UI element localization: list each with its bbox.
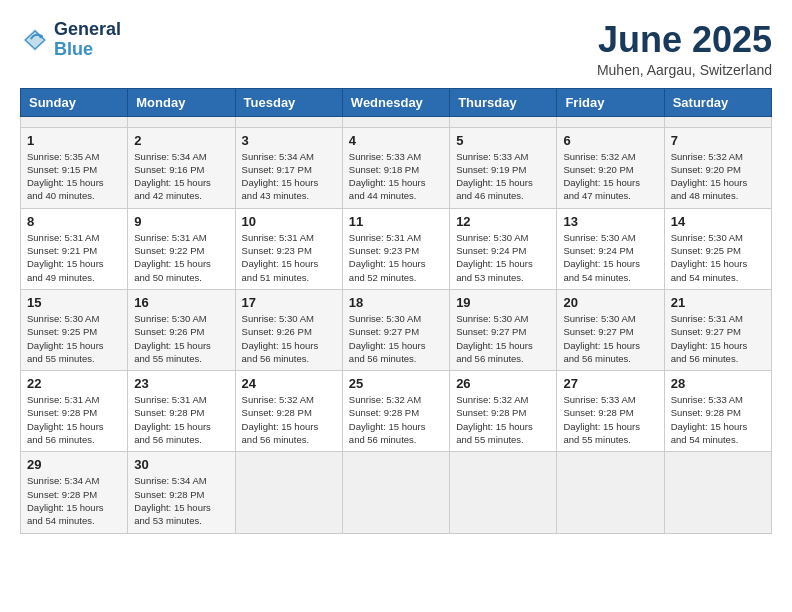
day-number: 18 [349,295,443,310]
calendar-week-row [21,116,772,127]
day-number: 10 [242,214,336,229]
day-number: 4 [349,133,443,148]
calendar-cell: 23Sunrise: 5:31 AM Sunset: 9:28 PM Dayli… [128,371,235,452]
col-header-friday: Friday [557,88,664,116]
calendar-cell: 27Sunrise: 5:33 AM Sunset: 9:28 PM Dayli… [557,371,664,452]
day-number: 20 [563,295,657,310]
calendar-cell: 14Sunrise: 5:30 AM Sunset: 9:25 PM Dayli… [664,208,771,289]
calendar-cell [664,116,771,127]
calendar-cell [342,116,449,127]
calendar-cell: 7Sunrise: 5:32 AM Sunset: 9:20 PM Daylig… [664,127,771,208]
calendar-cell [450,116,557,127]
day-info: Sunrise: 5:30 AM Sunset: 9:27 PM Dayligh… [456,312,550,365]
calendar-cell [342,452,449,533]
day-info: Sunrise: 5:35 AM Sunset: 9:15 PM Dayligh… [27,150,121,203]
month-title: June 2025 [597,20,772,60]
day-info: Sunrise: 5:31 AM Sunset: 9:23 PM Dayligh… [242,231,336,284]
day-info: Sunrise: 5:32 AM Sunset: 9:20 PM Dayligh… [671,150,765,203]
calendar-cell: 4Sunrise: 5:33 AM Sunset: 9:18 PM Daylig… [342,127,449,208]
calendar-cell: 26Sunrise: 5:32 AM Sunset: 9:28 PM Dayli… [450,371,557,452]
day-info: Sunrise: 5:30 AM Sunset: 9:26 PM Dayligh… [134,312,228,365]
calendar-week-row: 15Sunrise: 5:30 AM Sunset: 9:25 PM Dayli… [21,289,772,370]
day-number: 9 [134,214,228,229]
day-info: Sunrise: 5:32 AM Sunset: 9:20 PM Dayligh… [563,150,657,203]
calendar-cell: 25Sunrise: 5:32 AM Sunset: 9:28 PM Dayli… [342,371,449,452]
svg-marker-0 [24,29,47,52]
calendar-cell [664,452,771,533]
calendar-cell: 20Sunrise: 5:30 AM Sunset: 9:27 PM Dayli… [557,289,664,370]
calendar-week-row: 8Sunrise: 5:31 AM Sunset: 9:21 PM Daylig… [21,208,772,289]
title-area: June 2025 Muhen, Aargau, Switzerland [597,20,772,78]
day-info: Sunrise: 5:34 AM Sunset: 9:28 PM Dayligh… [27,474,121,527]
logo: General Blue [20,20,121,60]
col-header-monday: Monday [128,88,235,116]
day-info: Sunrise: 5:31 AM Sunset: 9:28 PM Dayligh… [134,393,228,446]
col-header-sunday: Sunday [21,88,128,116]
calendar-cell: 21Sunrise: 5:31 AM Sunset: 9:27 PM Dayli… [664,289,771,370]
day-number: 24 [242,376,336,391]
logo-line2: Blue [54,39,93,59]
day-info: Sunrise: 5:33 AM Sunset: 9:28 PM Dayligh… [563,393,657,446]
day-number: 28 [671,376,765,391]
calendar-cell [21,116,128,127]
calendar-cell: 16Sunrise: 5:30 AM Sunset: 9:26 PM Dayli… [128,289,235,370]
day-number: 29 [27,457,121,472]
day-number: 7 [671,133,765,148]
day-number: 19 [456,295,550,310]
day-info: Sunrise: 5:30 AM Sunset: 9:25 PM Dayligh… [27,312,121,365]
day-number: 23 [134,376,228,391]
day-number: 14 [671,214,765,229]
day-info: Sunrise: 5:30 AM Sunset: 9:24 PM Dayligh… [456,231,550,284]
day-info: Sunrise: 5:30 AM Sunset: 9:27 PM Dayligh… [349,312,443,365]
calendar-cell [235,452,342,533]
day-number: 27 [563,376,657,391]
calendar-week-row: 29Sunrise: 5:34 AM Sunset: 9:28 PM Dayli… [21,452,772,533]
logo-text: General Blue [54,20,121,60]
calendar-cell: 19Sunrise: 5:30 AM Sunset: 9:27 PM Dayli… [450,289,557,370]
day-number: 1 [27,133,121,148]
header: General Blue June 2025 Muhen, Aargau, Sw… [20,20,772,78]
calendar-cell: 12Sunrise: 5:30 AM Sunset: 9:24 PM Dayli… [450,208,557,289]
day-info: Sunrise: 5:31 AM Sunset: 9:21 PM Dayligh… [27,231,121,284]
col-header-saturday: Saturday [664,88,771,116]
calendar-cell: 5Sunrise: 5:33 AM Sunset: 9:19 PM Daylig… [450,127,557,208]
day-number: 25 [349,376,443,391]
day-info: Sunrise: 5:30 AM Sunset: 9:27 PM Dayligh… [563,312,657,365]
day-number: 8 [27,214,121,229]
calendar-week-row: 22Sunrise: 5:31 AM Sunset: 9:28 PM Dayli… [21,371,772,452]
calendar-cell: 24Sunrise: 5:32 AM Sunset: 9:28 PM Dayli… [235,371,342,452]
calendar-cell: 15Sunrise: 5:30 AM Sunset: 9:25 PM Dayli… [21,289,128,370]
calendar-cell: 30Sunrise: 5:34 AM Sunset: 9:28 PM Dayli… [128,452,235,533]
day-info: Sunrise: 5:31 AM Sunset: 9:22 PM Dayligh… [134,231,228,284]
day-number: 15 [27,295,121,310]
day-info: Sunrise: 5:34 AM Sunset: 9:28 PM Dayligh… [134,474,228,527]
location: Muhen, Aargau, Switzerland [597,62,772,78]
calendar-cell: 1Sunrise: 5:35 AM Sunset: 9:15 PM Daylig… [21,127,128,208]
calendar-cell [557,452,664,533]
day-info: Sunrise: 5:31 AM Sunset: 9:27 PM Dayligh… [671,312,765,365]
day-info: Sunrise: 5:30 AM Sunset: 9:26 PM Dayligh… [242,312,336,365]
calendar: SundayMondayTuesdayWednesdayThursdayFrid… [20,88,772,534]
col-header-wednesday: Wednesday [342,88,449,116]
day-number: 26 [456,376,550,391]
calendar-cell [128,116,235,127]
day-number: 16 [134,295,228,310]
calendar-cell [235,116,342,127]
day-info: Sunrise: 5:34 AM Sunset: 9:17 PM Dayligh… [242,150,336,203]
logo-line1: General [54,20,121,40]
calendar-cell: 2Sunrise: 5:34 AM Sunset: 9:16 PM Daylig… [128,127,235,208]
day-info: Sunrise: 5:31 AM Sunset: 9:28 PM Dayligh… [27,393,121,446]
col-header-tuesday: Tuesday [235,88,342,116]
day-number: 30 [134,457,228,472]
calendar-cell: 28Sunrise: 5:33 AM Sunset: 9:28 PM Dayli… [664,371,771,452]
calendar-week-row: 1Sunrise: 5:35 AM Sunset: 9:15 PM Daylig… [21,127,772,208]
day-number: 17 [242,295,336,310]
day-number: 5 [456,133,550,148]
calendar-cell [450,452,557,533]
day-info: Sunrise: 5:34 AM Sunset: 9:16 PM Dayligh… [134,150,228,203]
calendar-cell: 6Sunrise: 5:32 AM Sunset: 9:20 PM Daylig… [557,127,664,208]
calendar-cell: 29Sunrise: 5:34 AM Sunset: 9:28 PM Dayli… [21,452,128,533]
day-info: Sunrise: 5:32 AM Sunset: 9:28 PM Dayligh… [349,393,443,446]
day-info: Sunrise: 5:30 AM Sunset: 9:24 PM Dayligh… [563,231,657,284]
calendar-cell: 17Sunrise: 5:30 AM Sunset: 9:26 PM Dayli… [235,289,342,370]
